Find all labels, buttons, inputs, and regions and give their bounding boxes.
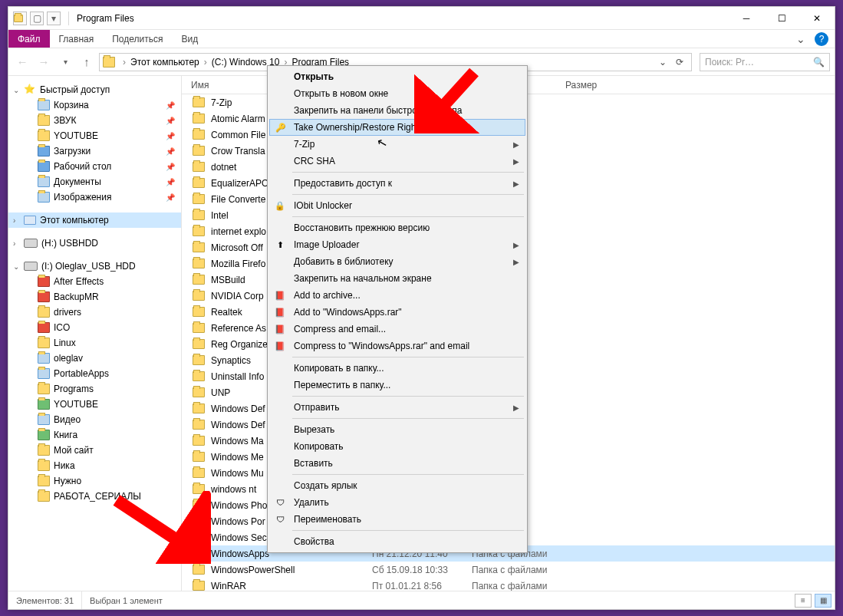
view-details-icon[interactable]: ≡ <box>795 594 812 608</box>
folder-icon <box>193 178 205 188</box>
view-icons-icon[interactable]: ▦ <box>815 594 831 608</box>
svg-line-3 <box>117 500 193 551</box>
sidebar-item[interactable]: ЗВУК📌 <box>8 113 181 128</box>
ribbon-file[interactable]: Файл <box>8 30 50 48</box>
menu-item[interactable]: 📕Compress and email... <box>269 321 525 338</box>
sidebar-item[interactable]: Загрузки📌 <box>8 143 181 159</box>
expand-icon[interactable]: › <box>13 239 15 248</box>
nav-forward-icon[interactable]: → <box>35 53 53 71</box>
drive-h-root[interactable]: › (H:) USBHDD <box>8 236 181 251</box>
sidebar-item[interactable]: ICO <box>8 320 181 335</box>
sidebar-item[interactable]: drivers <box>8 305 181 320</box>
menu-item-icon: 🔑 <box>275 121 287 133</box>
ribbon-tab-home[interactable]: Главная <box>50 30 104 48</box>
drive-i-root[interactable]: ⌄ (I:) Oleglav_USB_HDD <box>8 259 181 274</box>
sidebar-item[interactable]: Мой сайт <box>8 443 181 458</box>
status-selection: Выбран 1 элемент <box>82 591 170 609</box>
menu-item[interactable]: Копировать <box>269 438 525 455</box>
sidebar-item[interactable]: Документы📌 <box>8 174 181 189</box>
menu-item[interactable]: 📕Add to archive... <box>269 287 525 304</box>
sidebar-item[interactable]: Ника <box>8 458 181 473</box>
nav-up-icon[interactable]: ↑ <box>77 53 96 71</box>
sidebar-item[interactable]: oleglav <box>8 351 181 366</box>
sidebar-item[interactable]: Видео <box>8 412 181 427</box>
menu-item[interactable]: 🛡Переименовать <box>269 511 525 528</box>
menu-item[interactable]: 7-Zip▶ <box>269 136 525 153</box>
refresh-icon[interactable]: ⟳ <box>671 54 688 71</box>
nav-history-icon[interactable]: ▾ <box>56 53 74 71</box>
menu-item-icon: 🛡 <box>274 496 286 509</box>
menu-item-label: Переместить в папку... <box>294 380 390 390</box>
menu-item-label: Переименовать <box>294 514 361 525</box>
menu-item[interactable]: Добавить в библиотеку▶ <box>269 253 525 270</box>
menu-item[interactable]: 🛡Удалить <box>269 494 525 511</box>
sidebar-item[interactable]: BackupMR <box>8 289 181 305</box>
sidebar-item[interactable]: Linux <box>8 335 181 351</box>
menu-item[interactable]: Отправить▶ <box>269 399 525 416</box>
menu-item[interactable]: Восстановить прежнюю версию <box>269 219 525 236</box>
sidebar-item[interactable]: Корзина📌 <box>8 97 181 113</box>
sidebar-item-label: Корзина <box>54 100 89 110</box>
folder-icon <box>193 387 205 397</box>
menu-item[interactable]: Создать ярлык <box>269 477 525 494</box>
ribbon-tab-view[interactable]: Вид <box>172 30 207 48</box>
menu-item[interactable]: Вставить <box>269 455 525 472</box>
table-row[interactable]: WindowsPowerShellСб 15.09.18 10:33Папка … <box>182 562 835 578</box>
expand-icon[interactable]: ⌄ <box>13 86 19 94</box>
this-pc-root[interactable]: › Этот компьютер <box>8 212 181 228</box>
ribbon-tab-share[interactable]: Поделиться <box>103 30 172 48</box>
menu-item[interactable]: ⬆Image Uploader▶ <box>269 236 525 253</box>
breadcrumb-dropdown-icon[interactable]: ⌄ <box>654 54 671 71</box>
col-size[interactable]: Размер <box>565 76 627 94</box>
menu-item[interactable]: Вырезать <box>269 421 525 438</box>
sidebar-item-label: Документы <box>54 176 101 187</box>
sidebar-item[interactable]: YOUTUBE <box>8 397 181 412</box>
menu-item[interactable]: CRC SHA▶ <box>269 153 525 170</box>
sidebar-item[interactable]: Книга <box>8 427 181 443</box>
submenu-arrow-icon: ▶ <box>513 180 519 188</box>
menu-separator <box>292 216 524 217</box>
minimize-button[interactable]: ─ <box>729 7 764 30</box>
status-bar: Элементов: 31 Выбран 1 элемент ≡ ▦ <box>8 591 835 609</box>
quick-access-btn1[interactable]: ▢ <box>30 12 44 25</box>
folder-icon <box>193 194 205 204</box>
table-row[interactable]: WinRARПт 01.01.21 8:56Папка с файлами <box>182 578 835 591</box>
menu-item[interactable]: Закрепить на начальном экране <box>269 270 525 287</box>
breadcrumb-part[interactable]: Этот компьютер <box>130 57 199 68</box>
close-button[interactable]: ✕ <box>799 7 835 30</box>
pin-icon: 📌 <box>166 147 175 156</box>
sidebar-item[interactable]: PortableApps <box>8 366 181 381</box>
sidebar-item[interactable]: Рабочий стол📌 <box>8 159 181 174</box>
expand-icon[interactable]: › <box>13 216 15 225</box>
pin-icon: 📌 <box>166 163 175 171</box>
sidebar-item[interactable]: After Effects <box>8 274 181 289</box>
menu-item[interactable]: Свойства <box>269 533 525 550</box>
sidebar-item-label: Изображения <box>54 192 111 203</box>
menu-separator <box>292 530 524 531</box>
ribbon-toggle-icon[interactable]: ⌄ <box>792 33 810 45</box>
search-input[interactable]: Поиск: Pr… 🔍 <box>700 53 830 71</box>
nav-back-icon[interactable]: ← <box>13 53 31 71</box>
menu-item-label: Открыть <box>294 71 334 82</box>
menu-item[interactable]: 🔑Take Ownership/Restore Rights <box>269 119 525 136</box>
sidebar-item[interactable]: Изображения📌 <box>8 189 181 205</box>
quick-access-btn2[interactable]: ▾ <box>47 12 61 25</box>
menu-item[interactable]: 📕Compress to "WindowsApps.rar" and email <box>269 338 525 354</box>
menu-item[interactable]: Предоставить доступ к▶ <box>269 175 525 192</box>
sidebar-item-label: PortableApps <box>54 368 109 379</box>
menu-item[interactable]: Переместить в папку... <box>269 377 525 394</box>
help-icon[interactable]: ? <box>815 32 828 46</box>
quick-access-root[interactable]: ⌄ ⭐ Быстрый доступ <box>8 82 181 97</box>
sidebar-item[interactable]: Programs <box>8 381 181 397</box>
menu-item[interactable]: Открыть <box>269 68 525 85</box>
sidebar-item[interactable]: YOUTUBE📌 <box>8 128 181 143</box>
expand-icon[interactable]: ⌄ <box>13 262 19 271</box>
sidebar-item[interactable]: Нужно <box>8 473 181 489</box>
menu-item[interactable]: Копировать в папку... <box>269 360 525 377</box>
folder-icon <box>193 371 205 381</box>
menu-item[interactable]: 🔒IObit Unlocker <box>269 197 525 214</box>
menu-item[interactable]: Закрепить на панели быстрого доступа <box>269 102 525 119</box>
menu-item[interactable]: 📕Add to "WindowsApps.rar" <box>269 304 525 321</box>
maximize-button[interactable]: ☐ <box>764 7 799 30</box>
menu-item[interactable]: Открыть в новом окне <box>269 85 525 102</box>
